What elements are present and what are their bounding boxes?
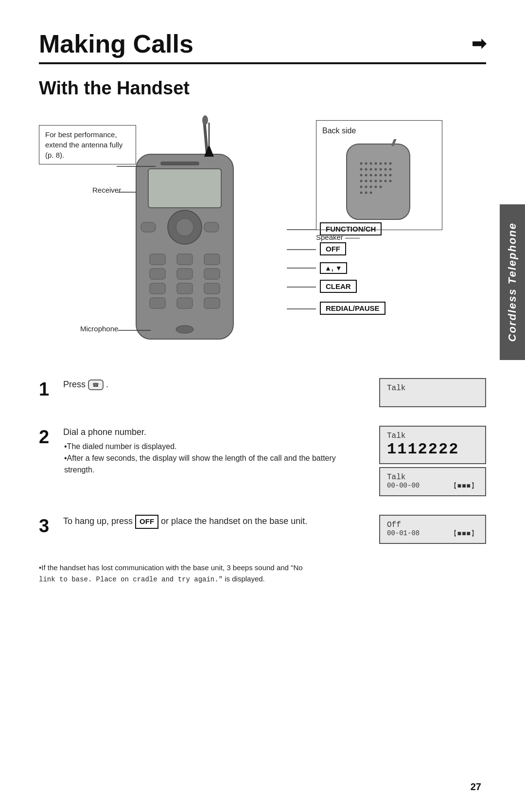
svg-point-67 (380, 186, 382, 188)
step-1-left: 1 Press ☎ . (39, 378, 365, 398)
svg-rect-10 (150, 254, 165, 265)
page-title-row: Making Calls ➡ (39, 29, 486, 58)
svg-point-38 (375, 162, 377, 165)
step-2-displays: Talk 1112222 Talk 00-00-00 【■■■】 (379, 426, 486, 499)
svg-point-42 (360, 168, 363, 171)
svg-rect-20 (177, 298, 192, 308)
off-inline-btn: OFF (135, 515, 158, 529)
svg-point-69 (365, 192, 368, 194)
svg-rect-13 (150, 269, 165, 279)
svg-point-58 (370, 180, 372, 182)
receiver-label: Receiver (92, 186, 121, 194)
title-underline (39, 62, 486, 64)
svg-point-44 (370, 168, 372, 171)
lcd-s2-number: 1112222 (387, 440, 478, 458)
step-1-content: Press ☎ . (63, 378, 365, 391)
svg-point-1 (202, 115, 208, 125)
step-2-content: Dial a phone number. •The dialed number … (63, 426, 365, 476)
svg-point-49 (360, 174, 363, 177)
svg-point-36 (365, 162, 368, 165)
svg-point-70 (370, 192, 372, 194)
lcd-time-2: 00-01-08 (387, 529, 420, 538)
diagram-container: For best performance, extend the antenna… (39, 110, 506, 368)
svg-rect-8 (141, 222, 156, 232)
callout-box: For best performance, extend the antenna… (39, 125, 136, 164)
off-label-row: OFF (287, 242, 385, 256)
step-3-content: To hang up, press OFF or place the hands… (63, 515, 365, 529)
svg-rect-4 (148, 169, 221, 208)
clear-btn-label: CLEAR (320, 280, 357, 293)
backside-phone-svg (322, 139, 429, 222)
svg-rect-19 (150, 298, 165, 308)
svg-point-41 (389, 162, 392, 165)
footer-note-text: •If the handset has lost communication w… (39, 563, 303, 583)
svg-rect-12 (204, 254, 220, 265)
svg-point-43 (365, 168, 368, 171)
svg-point-56 (360, 180, 363, 182)
backside-box: Back side (316, 120, 442, 230)
line-redial (287, 308, 316, 309)
clear-label-row: CLEAR (287, 280, 385, 294)
lcd-s2b-l1: Talk (387, 473, 478, 482)
svg-point-53 (380, 174, 382, 177)
step-3-displays: Off 00-01-08 【■■■】 (379, 515, 486, 547)
svg-point-57 (365, 180, 368, 182)
svg-point-46 (380, 168, 382, 171)
lcd-step3-1: Off 00-01-08 【■■■】 (379, 515, 486, 544)
microphone-label: Microphone (80, 325, 118, 333)
page-number: 27 (471, 781, 481, 793)
step-2-bullet1: •The dialed number is displayed. (64, 441, 365, 452)
svg-point-60 (380, 180, 382, 182)
lcd-s1-l2 (387, 393, 478, 401)
lcd-time-1: 00-00-00 (387, 482, 420, 490)
step-3-row: 3 To hang up, press OFF or place the han… (39, 515, 486, 547)
svg-point-37 (370, 162, 372, 165)
step-2-left: 2 Dial a phone number. •The dialed numbe… (39, 426, 365, 476)
page-title: Making Calls (39, 29, 193, 58)
step-3-number: 3 (39, 517, 58, 535)
backside-section: Back side (316, 120, 442, 241)
svg-rect-18 (204, 283, 220, 294)
redial-btn-label: REDIAL/PAUSE (320, 302, 385, 315)
footer-note: •If the handset has lost communication w… (39, 562, 486, 585)
svg-point-66 (375, 186, 377, 188)
step-2-row: 2 Dial a phone number. •The dialed numbe… (39, 426, 486, 499)
line-function (287, 229, 316, 230)
svg-rect-9 (204, 222, 219, 232)
svg-point-59 (375, 180, 377, 182)
line-off (287, 249, 316, 250)
step-2-bullet2: •After a few seconds, the display will s… (64, 452, 365, 476)
svg-point-63 (360, 186, 363, 188)
step-2-number: 2 (39, 428, 58, 446)
svg-point-61 (385, 180, 387, 182)
step-1-displays: Talk (379, 378, 486, 410)
lcd-step2-2: Talk 00-00-00 【■■■】 (379, 467, 486, 496)
lcd-bars-1: 【■■■】 (450, 482, 478, 490)
arrows-label-row: ▲, ▼ (287, 262, 385, 274)
step-3-left: 3 To hang up, press OFF or place the han… (39, 515, 365, 535)
svg-rect-17 (177, 283, 192, 294)
lcd-s3-l1: Off (387, 521, 478, 529)
line-clear (287, 287, 316, 288)
redial-label-row: REDIAL/PAUSE (287, 302, 385, 316)
svg-point-39 (380, 162, 382, 165)
svg-point-7 (176, 218, 193, 236)
svg-rect-14 (177, 269, 192, 279)
svg-rect-21 (204, 298, 220, 308)
backside-label: Back side (322, 126, 436, 135)
side-tab: Cordless Telephone (500, 204, 525, 360)
svg-point-52 (375, 174, 377, 177)
lcd-s2b-status: 00-00-00 【■■■】 (387, 482, 478, 490)
svg-point-40 (385, 162, 387, 165)
side-tab-text: Cordless Telephone (506, 222, 519, 342)
steps-section: 1 Press ☎ . Talk (39, 378, 486, 547)
next-arrow-icon: ➡ (472, 34, 486, 54)
callout-text: For best performance, extend the antenna… (45, 130, 122, 159)
svg-point-64 (365, 186, 368, 188)
svg-point-55 (389, 174, 392, 177)
svg-point-50 (365, 174, 368, 177)
svg-rect-33 (347, 144, 410, 219)
lcd-s2-l1: Talk (387, 432, 478, 440)
step-1-number: 1 (39, 380, 58, 398)
svg-point-22 (176, 325, 193, 333)
